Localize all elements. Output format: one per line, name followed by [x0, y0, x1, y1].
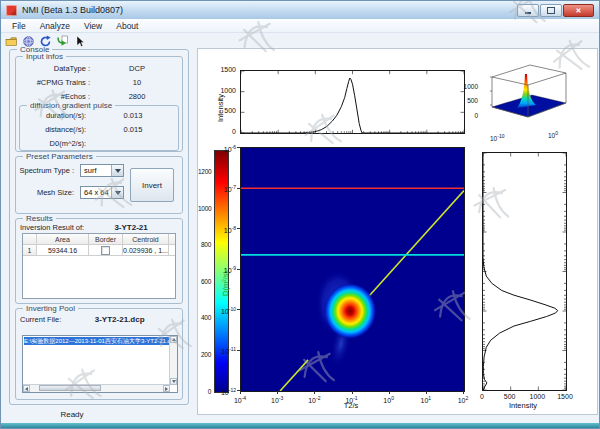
x-tick-mark	[352, 391, 353, 394]
menu-item-view[interactable]: View	[77, 21, 109, 31]
x-tick-mark	[463, 391, 464, 394]
results-group: Results Inversion Result of: 3-YT2-21 Ar…	[15, 218, 183, 304]
y-tick-label: 10-7	[212, 183, 236, 194]
x-tick-mark	[314, 391, 315, 394]
x-tick-label: 0	[472, 393, 492, 401]
y-tick-mark	[237, 350, 240, 351]
y-tick-label: 10-11	[212, 345, 236, 356]
colorbar-tick-label: 1000	[198, 205, 211, 213]
diffusion-group: diffusion gradient pulse duration(/s):0.…	[19, 105, 179, 151]
table-header-cell: Border	[89, 234, 123, 245]
y-tick-mark	[237, 269, 240, 270]
table-cell	[89, 245, 123, 256]
y-tick-label: 10-10	[212, 305, 236, 316]
spectrum-type-select[interactable]: surf	[80, 164, 124, 177]
input-info-rows: DataType :DCP#CPMG Trains :10#Echos :280…	[18, 61, 180, 103]
border-checkbox[interactable]	[101, 246, 110, 255]
results-group-title: Results	[23, 214, 56, 223]
info-row: #CPMG Trains :10	[18, 75, 180, 89]
y-tick-label: 10-9	[212, 264, 236, 275]
y-tick-mark	[237, 147, 240, 148]
scrollbar-thumb[interactable]	[39, 385, 101, 391]
inverting-pool-title: Inverting Pool	[23, 304, 78, 313]
maximize-icon	[547, 7, 555, 14]
d-projection-plot[interactable]	[482, 152, 567, 391]
scroll-right-button[interactable]	[163, 385, 170, 392]
current-file-row: Current File: 3-YT2-21.dcp	[20, 315, 178, 324]
y-tick-label: 1500	[214, 66, 236, 74]
chevron-down-icon[interactable]	[111, 187, 123, 198]
window-title: NMI (Beta 1.3 Build0807)	[22, 5, 123, 15]
close-button[interactable]: ✕	[563, 4, 594, 17]
inversion-result-label: Inversion Result of:	[20, 223, 84, 232]
pool-list-item[interactable]: E:\实验数据2012—2013-11-01西安石油大学3-YT2-21.dcp	[24, 337, 169, 345]
vertical-scrollbar[interactable]	[169, 336, 177, 385]
diagonal-correlation-line	[361, 191, 464, 305]
scroll-up-button[interactable]	[170, 336, 177, 343]
x-tick-mark	[240, 391, 241, 394]
status-text: Ready	[37, 410, 107, 419]
table-cell: 0.029936 , 1...	[123, 245, 169, 256]
pointer-icon[interactable]	[73, 34, 86, 47]
z-tick-label: 1000	[444, 83, 478, 91]
input-infos-group: Input infos DataType :DCP#CPMG Trains :1…	[15, 56, 183, 152]
info-row: duration(/s):0.013	[22, 108, 176, 122]
diffusion-rows: duration(/s):0.013distance(/s):0.015D0(m…	[22, 108, 176, 150]
x-tick-label: 1500	[555, 393, 575, 401]
menu-item-file[interactable]: File	[5, 21, 33, 31]
x-tick-mark	[389, 391, 390, 394]
mesh-size-label: Mesh Size:	[18, 188, 78, 197]
open-file-icon[interactable]	[5, 34, 18, 47]
table-header-cell: Dist	[169, 234, 176, 245]
toolbar	[1, 32, 599, 48]
minimize-button[interactable]	[517, 4, 539, 17]
y-tick-label: 1000	[214, 87, 236, 95]
colorbar-tick-label: 1200	[198, 168, 211, 176]
pool-listbox[interactable]: E:\实验数据2012—2013-11-01西安石油大学3-YT2-21.dcp	[22, 335, 178, 393]
field-value: 0.015	[90, 125, 176, 134]
import-data-icon[interactable]	[56, 34, 69, 47]
y-tick-label: 0	[214, 128, 236, 136]
invert-button[interactable]: Invert	[130, 168, 174, 202]
field-label: D0(m^2/s):	[22, 139, 90, 148]
preferences-icon[interactable]	[22, 34, 35, 47]
colorbar-tick-label: 200	[198, 351, 211, 359]
z-tick-label: 500	[444, 97, 478, 105]
y-tick-label: 10-8	[212, 224, 236, 235]
surface-3d-plot[interactable]	[480, 61, 572, 135]
chevron-down-icon[interactable]	[111, 165, 123, 176]
menu-item-analyze[interactable]: Analyze	[33, 21, 77, 31]
scroll-left-button[interactable]	[23, 385, 30, 392]
app-window: NMI (Beta 1.3 Build0807) ✕ FileAnalyzeVi…	[0, 0, 600, 429]
maximize-button[interactable]	[540, 4, 562, 17]
field-label: #Echos :	[18, 92, 94, 101]
scroll-down-button[interactable]	[170, 378, 177, 385]
field-label: #CPMG Trains :	[18, 78, 94, 87]
y-tick-mark	[237, 228, 240, 229]
table-row[interactable]: 159344.160.029936 , 1...96.83	[23, 245, 175, 256]
diffusion-map-plot[interactable]	[240, 147, 465, 392]
menu-bar: FileAnalyzeViewAbout	[1, 19, 599, 33]
table-cell: 59344.16	[37, 245, 89, 256]
mesh-size-label-row: Mesh Size:	[18, 185, 78, 199]
spectrum-type-value: surf	[84, 166, 97, 175]
pool-list: E:\实验数据2012—2013-11-01西安石油大学3-YT2-21.dcp	[23, 337, 177, 345]
field-value: 10	[94, 78, 180, 87]
table-header-cell: Centroid	[123, 234, 169, 245]
z-tick-label: 0	[444, 112, 478, 120]
close-icon: ✕	[576, 7, 582, 14]
spectrum-type-label: Spectrum Type :	[18, 166, 78, 175]
mesh-size-select[interactable]: 64 x 64 (...	[80, 186, 124, 199]
t2-projection-plot[interactable]	[240, 70, 465, 134]
y-tick-mark	[237, 188, 240, 189]
console-group: Console Input infos DataType :DCP#CPMG T…	[9, 49, 189, 405]
refresh-icon[interactable]	[39, 34, 52, 47]
info-row: DataType :DCP	[18, 61, 180, 75]
title-bar[interactable]: NMI (Beta 1.3 Build0807) ✕	[1, 1, 599, 20]
results-table[interactable]: AreaBorderCentroidDist 159344.160.029936…	[22, 233, 176, 299]
menu-item-about[interactable]: About	[109, 21, 145, 31]
horizontal-scrollbar[interactable]	[23, 384, 170, 392]
corner-tick-label: 100	[548, 129, 568, 140]
x-tick-label: 101	[415, 394, 437, 405]
field-value: 2800	[94, 92, 180, 101]
